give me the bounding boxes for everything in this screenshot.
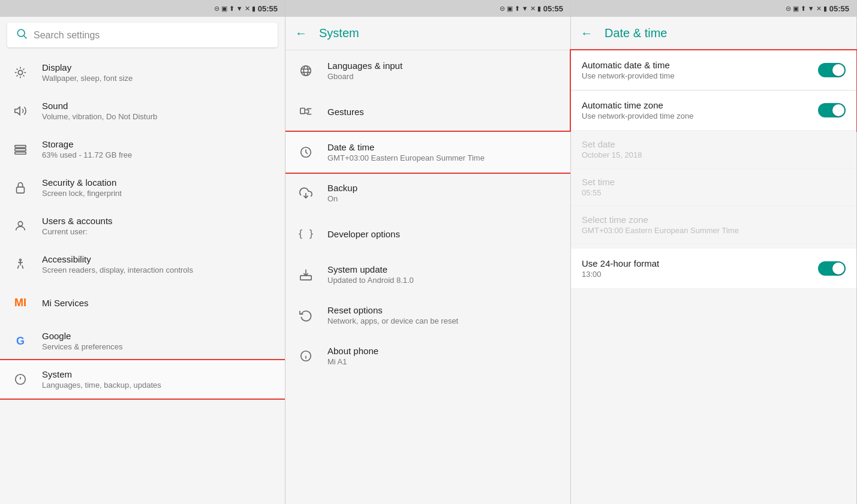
system-back-button[interactable]: ←: [295, 26, 307, 40]
auto-settings-block: Automatic date & time Use network-provid…: [571, 50, 856, 131]
datetime-subtitle: GMT+03:00 Eastern European Summer Time: [327, 153, 485, 162]
wifi-icon-3: ▼: [808, 5, 814, 12]
format-24-text: Use 24-hour format 13:00: [582, 258, 659, 279]
sys-item-sysupdate[interactable]: System update Updated to Android 8.1.0: [285, 254, 570, 295]
accessibility-title: Accessibility: [42, 254, 193, 264]
status-icons-2: ⊝ ▣ ⬆ ▼ ✕ ▮: [500, 5, 541, 13]
system-icon: [10, 369, 31, 390]
status-bar-1: ⊝ ▣ ⬆ ▼ ✕ ▮ 05:55: [0, 0, 285, 17]
google-title: Google: [42, 331, 122, 341]
format-24-subtitle: 13:00: [582, 270, 659, 279]
sys-item-backup[interactable]: Backup On: [285, 173, 570, 213]
panel-datetime: ⊝ ▣ ⬆ ▼ ✕ ▮ 05:55 ← Date & time Automati…: [571, 0, 857, 504]
svg-point-25: [303, 66, 308, 76]
backup-text: Backup On: [327, 183, 357, 203]
svg-rect-28: [300, 108, 305, 114]
display-text: Display Wallpaper, sleep, font size: [42, 62, 133, 83]
system-title-header: System: [319, 26, 359, 40]
sys-item-about[interactable]: About phone Mi A1: [285, 336, 570, 376]
system-list: Languages & input Gboard Gestures Date &…: [285, 50, 570, 504]
settings-list: Display Wallpaper, sleep, font size Soun…: [0, 53, 285, 504]
sound-subtitle: Volume, vibration, Do Not Disturb: [42, 112, 157, 121]
languages-subtitle: Gboard: [327, 72, 402, 81]
no-sim-icon: ✕: [245, 5, 250, 13]
settings-item-accessibility[interactable]: Accessibility Screen readers, display, i…: [0, 245, 285, 283]
dt-divider: [571, 244, 856, 249]
panel-settings: ⊝ ▣ ⬆ ▼ ✕ ▮ 05:55 Search settings Displa…: [0, 0, 285, 504]
download-icon: [295, 264, 317, 285]
set-time-title: Set time: [582, 177, 846, 187]
datetime-back-button[interactable]: ←: [581, 26, 593, 40]
storage-icon: [10, 138, 31, 160]
security-text: Security & location Screen lock, fingerp…: [42, 177, 122, 198]
sys-item-datetime[interactable]: Date & time GMT+03:00 Eastern European S…: [285, 132, 570, 173]
developer-text: Developer options: [327, 229, 400, 239]
settings-item-storage[interactable]: Storage 63% used - 11.72 GB free: [0, 130, 285, 168]
auto-tz-subtitle: Use network-provided time zone: [582, 111, 693, 120]
backup-title: Backup: [327, 183, 357, 193]
search-bar[interactable]: Search settings: [7, 23, 278, 47]
display-title: Display: [42, 62, 133, 73]
auto-tz-toggle[interactable]: [818, 103, 846, 117]
about-subtitle: Mi A1: [327, 357, 378, 366]
status-bar-3: ⊝ ▣ ⬆ ▼ ✕ ▮ 05:55: [571, 0, 856, 17]
developer-icon: { }: [295, 223, 317, 245]
time-display-3: 05:55: [829, 4, 849, 13]
sys-item-developer[interactable]: { } Developer options: [285, 213, 570, 254]
backup-icon: [295, 182, 317, 204]
svg-point-2: [18, 70, 22, 74]
auto-date-text: Automatic date & time Use network-provid…: [582, 60, 675, 80]
storage-text: Storage 63% used - 11.72 GB free: [42, 139, 132, 159]
settings-item-security[interactable]: Security & location Screen lock, fingerp…: [0, 168, 285, 207]
sys-item-reset[interactable]: Reset options Network, apps, or device c…: [285, 295, 570, 336]
gestures-icon: [295, 101, 317, 122]
wifi-icon-2: ▼: [522, 5, 528, 12]
format-24-toggle[interactable]: [818, 261, 846, 276]
clock-icon: [295, 141, 317, 163]
set-date-subtitle: October 15, 2018: [582, 150, 846, 159]
display-icon: [10, 62, 31, 83]
datetime-text: Date & time GMT+03:00 Eastern European S…: [327, 142, 485, 162]
svg-rect-14: [15, 152, 26, 155]
svg-line-8: [23, 75, 24, 76]
svg-marker-11: [15, 107, 20, 115]
svg-rect-13: [15, 149, 26, 151]
auto-date-row[interactable]: Automatic date & time Use network-provid…: [571, 50, 856, 90]
backup-subtitle: On: [327, 194, 357, 203]
reset-title: Reset options: [327, 305, 458, 315]
auto-date-toggle[interactable]: [818, 63, 846, 77]
sysupdate-text: System update Updated to Android 8.1.0: [327, 264, 414, 285]
settings-item-google[interactable]: G Google Services & preferences: [0, 322, 285, 360]
battery-icon-3: ▮: [823, 5, 827, 13]
system-title: System: [42, 369, 161, 379]
sysupdate-subtitle: Updated to Android 8.1.0: [327, 276, 414, 285]
sys-item-gestures[interactable]: Gestures: [285, 91, 570, 132]
storage-title: Storage: [42, 139, 132, 149]
accessibility-text: Accessibility Screen readers, display, i…: [42, 254, 193, 274]
lock-icon: [10, 177, 31, 198]
settings-item-users[interactable]: Users & accounts Current user:: [0, 207, 285, 245]
search-placeholder: Search settings: [34, 30, 100, 41]
google-subtitle: Services & preferences: [42, 342, 122, 351]
settings-item-system[interactable]: System Languages, time, backup, updates: [0, 360, 285, 399]
accessibility-subtitle: Screen readers, display, interaction con…: [42, 265, 193, 274]
datetime-title: Date & time: [327, 142, 485, 152]
users-title: Users & accounts: [42, 216, 113, 226]
languages-title: Languages & input: [327, 61, 402, 71]
set-time-subtitle: 05:55: [582, 188, 846, 197]
sys-item-languages[interactable]: Languages & input Gboard: [285, 50, 570, 91]
storage-subtitle: 63% used - 11.72 GB free: [42, 150, 132, 159]
dnd-icon-2: ⊝: [500, 5, 505, 13]
system-subtitle: Languages, time, backup, updates: [42, 381, 161, 390]
settings-item-mi[interactable]: MI Mi Services: [0, 283, 285, 322]
reset-subtitle: Network, apps, or device can be reset: [327, 316, 458, 325]
time-display-1: 05:55: [258, 4, 278, 13]
mi-title: Mi Services: [42, 298, 89, 308]
format-24-row[interactable]: Use 24-hour format 13:00: [571, 249, 856, 289]
sound-icon: [10, 100, 31, 122]
auto-tz-row[interactable]: Automatic time zone Use network-provided…: [571, 90, 856, 131]
settings-item-sound[interactable]: Sound Volume, vibration, Do Not Disturb: [0, 92, 285, 130]
auto-tz-text: Automatic time zone Use network-provided…: [582, 100, 693, 120]
svg-line-9: [23, 68, 24, 70]
settings-item-display[interactable]: Display Wallpaper, sleep, font size: [0, 53, 285, 92]
